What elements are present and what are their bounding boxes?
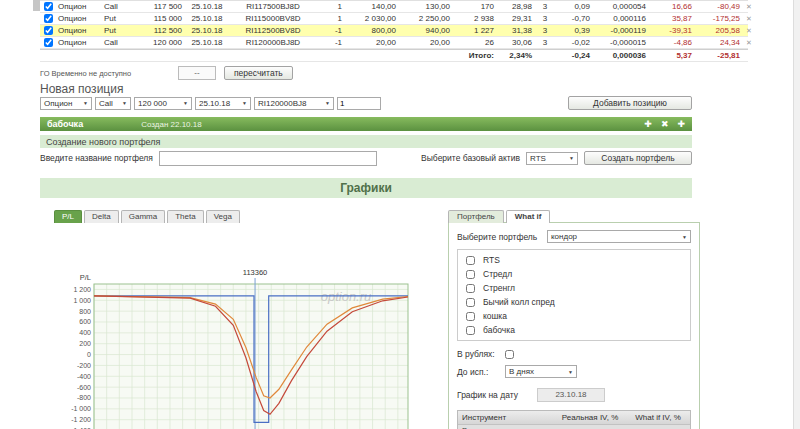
close-icon[interactable]: ✖ xyxy=(661,117,669,131)
y-tick-label: -1 000 xyxy=(71,405,91,412)
app-root: ОпционCall117 50025.10.18RI117500BJ8D114… xyxy=(0,0,800,429)
compare-label: RTS xyxy=(483,255,500,265)
cell-vega: 24,34 xyxy=(694,38,742,48)
whatif-column: Портфель What if Выберите портфель кондо… xyxy=(448,210,700,429)
cell-code: RI112500BV8D xyxy=(230,26,316,36)
position-row: ОпционPut112 50025.10.18RI112500BV8D-180… xyxy=(40,25,748,37)
chart-tab-gamma[interactable]: Gamma xyxy=(121,210,165,223)
cell-kind: Опцион xyxy=(56,14,102,24)
y-tick-label: 800 xyxy=(79,308,91,315)
chevron-down-icon: ▼ xyxy=(682,234,687,240)
chart-date-value[interactable]: 23.10.18 xyxy=(537,388,605,402)
row-checkbox[interactable] xyxy=(44,26,53,35)
cell-expiry: 25.10.18 xyxy=(184,2,230,12)
compare-checkbox-2[interactable] xyxy=(466,284,475,293)
vertical-scrollbar[interactable] xyxy=(793,0,800,429)
compare-row: Стренгл xyxy=(458,281,690,295)
iv-table-header: Инструмент Реальная IV, % What if IV, % xyxy=(458,411,690,425)
cell-price: 20,00 xyxy=(344,38,398,48)
recalculate-button[interactable]: пересчитать xyxy=(224,66,293,80)
y-tick-label: -800 xyxy=(77,394,91,401)
new-position-select-4[interactable]: RI120000BJ8▼ xyxy=(254,97,334,110)
cell-qty: 1 xyxy=(316,14,344,24)
compare-checkbox-0[interactable] xyxy=(466,256,475,265)
portfolio-name-input[interactable] xyxy=(159,151,377,166)
new-position-select-0[interactable]: Опцион▼ xyxy=(40,97,92,110)
right-tabs: Портфель What if xyxy=(448,210,700,223)
positions-rows: ОпционCall117 50025.10.18RI117500BJ8D114… xyxy=(40,1,748,49)
compare-label: кошка xyxy=(483,311,507,321)
iv-table: Инструмент Реальная IV, % What if IV, % … xyxy=(457,410,691,429)
cell-gamma: 0,000054 xyxy=(592,2,648,12)
delete-row-icon[interactable]: ✕ xyxy=(742,14,756,24)
chevron-down-icon: ▼ xyxy=(568,369,573,375)
create-portfolio-button[interactable]: Создать портфель xyxy=(584,151,692,165)
cell-theor: 2 250,00 xyxy=(398,14,452,24)
expand-icon[interactable]: ✚ xyxy=(677,117,685,131)
price-marker-label: 113360 xyxy=(243,268,267,277)
go-unavailable-note: ГО Временно не доступно xyxy=(40,69,148,78)
compare-checkbox-1[interactable] xyxy=(466,270,475,279)
cell-strike: 112 500 xyxy=(138,26,184,36)
cell-code: RI115000BV8D xyxy=(230,14,316,24)
create-portfolio-form: Введите название портфеля Выберите базов… xyxy=(40,150,692,166)
select-value: RI120000BJ8 xyxy=(258,99,306,108)
row-checkbox[interactable] xyxy=(44,38,53,47)
pl-chart-container: 1 2001 0008006004002000-200-400-600-800-… xyxy=(54,227,436,429)
new-position-select-1[interactable]: Call▼ xyxy=(95,97,131,110)
cell-vega: -80,49 xyxy=(694,2,742,12)
chart-date-label: График на дату xyxy=(457,390,537,400)
tab-portfolio[interactable]: Портфель xyxy=(448,210,504,223)
new-position-select-2[interactable]: 120 000▼ xyxy=(134,97,192,110)
row-checkbox-cell xyxy=(40,26,56,35)
tab-what-if[interactable]: What if xyxy=(506,210,551,223)
chart-tab-theta[interactable]: Theta xyxy=(167,210,203,223)
cell-gamma: -0,000015 xyxy=(592,38,648,48)
y-tick-label: 1 200 xyxy=(73,286,91,293)
portfolio-select[interactable]: кондор ▼ xyxy=(547,230,691,243)
cell-price: 140,00 xyxy=(344,2,398,12)
chart-tab-delta[interactable]: Delta xyxy=(84,210,119,223)
new-position-select-3[interactable]: 25.10.18▼ xyxy=(195,97,251,110)
positions-table: ОпционCall117 50025.10.18RI117500BJ8D114… xyxy=(40,0,748,62)
base-asset-select[interactable]: RTS ▼ xyxy=(526,152,578,165)
row-checkbox[interactable] xyxy=(44,2,53,11)
row-checkbox-cell xyxy=(40,38,56,47)
cell-iv: 30,06 xyxy=(496,38,534,48)
add-position-button[interactable]: Добавить позицию xyxy=(568,96,692,110)
compare-row: RTS xyxy=(458,253,690,267)
cell-gamma: -0,000119 xyxy=(592,26,648,36)
new-position-qty-input[interactable] xyxy=(337,97,381,110)
chevron-down-icon: ▼ xyxy=(183,100,188,106)
delete-row-icon[interactable]: ✕ xyxy=(742,26,756,36)
cell-theta: -4,86 xyxy=(648,38,694,48)
add-icon[interactable]: ✚ xyxy=(644,117,652,131)
cell-qty: -1 xyxy=(316,26,344,36)
scrollbar-nub[interactable] xyxy=(33,0,40,11)
compare-checkbox-5[interactable] xyxy=(466,326,475,335)
compare-checkbox-3[interactable] xyxy=(466,298,475,307)
delete-row-icon[interactable]: ✕ xyxy=(742,38,756,48)
iv-header-whatif: What if IV, % xyxy=(626,413,690,422)
cell-vol: 1 227 xyxy=(452,26,496,36)
y-tick-label: 600 xyxy=(79,318,91,325)
cell-n: 3 xyxy=(534,26,556,36)
go-value: -- xyxy=(178,66,216,80)
chart-tab-pl[interactable]: P/L xyxy=(54,210,82,223)
cell-n: 3 xyxy=(534,2,556,12)
row-checkbox[interactable] xyxy=(44,14,53,23)
y-tick-label: -600 xyxy=(77,384,91,391)
row-checkbox-cell xyxy=(40,14,56,23)
cell-code: RI117500BJ8D xyxy=(230,2,316,12)
chart-tab-vega[interactable]: Vega xyxy=(206,210,240,223)
compare-label: Бычий колл спред xyxy=(483,297,555,307)
totals-row: Итого: 2,34% -0,24 0,000036 5,37 -25,81 xyxy=(40,49,748,62)
portfolio-created-date: Создан 22.10.18 xyxy=(141,120,202,129)
until-select[interactable]: В днях ▼ xyxy=(505,365,577,378)
create-portfolio-header: Создание нового портфеля xyxy=(40,135,692,148)
until-value: В днях xyxy=(509,367,534,376)
cell-type: Call xyxy=(102,2,138,12)
rub-checkbox[interactable] xyxy=(505,350,514,359)
delete-row-icon[interactable]: ✕ xyxy=(742,2,756,12)
compare-checkbox-4[interactable] xyxy=(466,312,475,321)
